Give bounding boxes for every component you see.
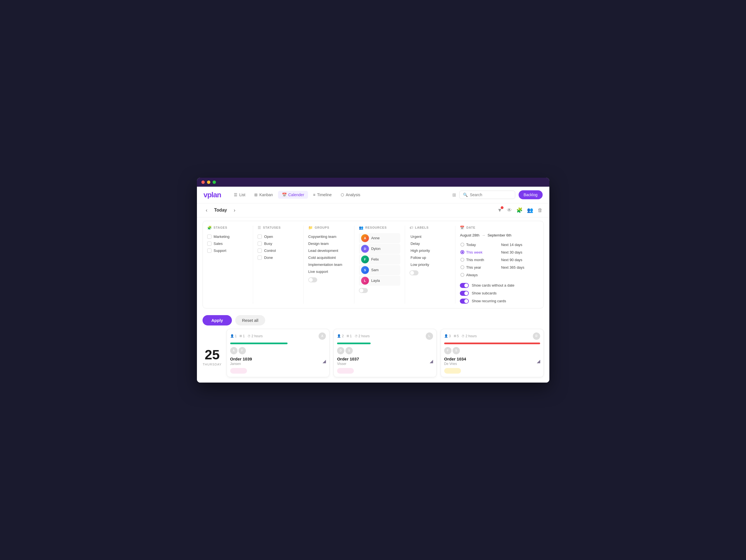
- card-1039-meta: 👤 1 ⊞ 1 ⏱ 2 hours: [230, 334, 263, 338]
- date-range: August 28th → September 6th: [460, 233, 534, 237]
- status-open[interactable]: Open: [258, 233, 299, 240]
- prev-arrow[interactable]: ‹: [204, 206, 210, 214]
- status-control-checkbox[interactable]: [258, 249, 262, 253]
- card-1034-top: 👤 3 ⊞ 5 ⏱ 2 hours D: [444, 333, 540, 340]
- status-done-checkbox[interactable]: [258, 255, 262, 260]
- eye-icon[interactable]: 👁: [507, 207, 512, 213]
- groups-icon: 📁: [308, 226, 313, 230]
- stage-marketing[interactable]: Marketing: [207, 233, 249, 240]
- group-design[interactable]: Design team: [308, 240, 350, 247]
- tab-timeline[interactable]: ≡ Timeline: [309, 191, 336, 199]
- tab-kanban[interactable]: ⊞ Kanban: [250, 191, 277, 199]
- radio-today[interactable]: [460, 243, 464, 247]
- stage-marketing-checkbox[interactable]: [207, 234, 211, 239]
- date-option-today[interactable]: Today: [460, 241, 494, 248]
- resources-section: 👥 RESOURCES A Anne D Dylon F Felix S: [354, 226, 405, 304]
- date-option-next30[interactable]: Next 30 days: [501, 249, 535, 256]
- tab-calendar[interactable]: 📅 Calender: [278, 191, 308, 199]
- stages-section: 🧩 STAGES Marketing Sales Support: [207, 226, 253, 304]
- date-icon: 📅: [460, 226, 465, 230]
- toggle-subcards-switch[interactable]: [460, 291, 469, 296]
- label-high-priority[interactable]: High priority: [409, 247, 451, 254]
- apply-button[interactable]: Apply: [202, 315, 232, 326]
- clock-icon-3: ⏱: [462, 334, 465, 338]
- date-option-always[interactable]: Always: [460, 272, 494, 278]
- toolbar-icons: ▼ 👁 🧩 👥 🗑: [497, 207, 543, 213]
- date-option-this-year[interactable]: This year: [460, 264, 494, 271]
- radio-always[interactable]: [460, 273, 464, 277]
- card-order-1037[interactable]: 👤 2 ⊞ 1 ⏱ 2 hours L: [334, 329, 437, 377]
- card-order-1034[interactable]: 👤 3 ⊞ 5 ⏱ 2 hours D: [440, 329, 544, 377]
- group-implementation[interactable]: Implementation team: [308, 261, 350, 268]
- radio-this-year[interactable]: [460, 265, 464, 269]
- resource-felix[interactable]: F Felix: [359, 254, 400, 264]
- filter-icon[interactable]: ▼: [497, 207, 503, 213]
- label-urgent[interactable]: Urgent: [409, 233, 451, 240]
- date-option-next365[interactable]: Next 365 days: [501, 264, 535, 271]
- resource-anne[interactable]: A Anne: [359, 233, 400, 243]
- app-header: vplan ☰ List ⊞ Kanban 📅 Calender ≡ Timel…: [197, 187, 549, 203]
- card-1039-hours: ⏱ 2 hours: [248, 334, 263, 338]
- card-1037-subtasks: ⊞ 1: [347, 334, 352, 338]
- status-busy-checkbox[interactable]: [258, 242, 262, 246]
- toggle-no-date-switch[interactable]: [460, 283, 469, 288]
- card-1039-avatar: A: [319, 333, 326, 340]
- stage-support-checkbox[interactable]: [207, 249, 211, 253]
- labels-toggle[interactable]: [409, 270, 419, 275]
- card-1034-progress: [444, 342, 540, 344]
- today-label: Today: [214, 208, 227, 213]
- next-arrow[interactable]: ›: [231, 206, 237, 214]
- date-option-next14[interactable]: Next 14 days: [501, 241, 535, 248]
- date-option-this-week[interactable]: This week: [460, 249, 494, 256]
- tab-list[interactable]: ☰ List: [230, 191, 249, 199]
- group-lead-dev[interactable]: Lead development: [308, 247, 350, 254]
- analysis-icon: ⬡: [341, 193, 344, 197]
- group-live-support[interactable]: Live support: [308, 268, 350, 275]
- label-low-priority[interactable]: Low priority: [409, 261, 451, 268]
- resource-dylon[interactable]: D Dylon: [359, 244, 400, 254]
- card-1037-meta: 👤 2 ⊞ 1 ⏱ 2 hours: [337, 334, 370, 338]
- toggle-recurring-switch[interactable]: [460, 299, 469, 304]
- status-control[interactable]: Control: [258, 247, 299, 254]
- stage-sales-checkbox[interactable]: [207, 242, 211, 246]
- card-order-1039[interactable]: 👤 1 ⊞ 1 ⏱ 2 hours A: [227, 329, 330, 377]
- reset-button[interactable]: Reset all: [235, 315, 265, 326]
- search-input[interactable]: [470, 193, 512, 197]
- expand-icon[interactable]: ⊞: [452, 192, 456, 198]
- group-copywriting[interactable]: Copywriting team: [308, 233, 350, 240]
- group-cold[interactable]: Cold acquisitioint: [308, 254, 350, 261]
- card-1037-status: [337, 368, 354, 373]
- stage-sales[interactable]: Sales: [207, 240, 249, 247]
- date-option-this-month[interactable]: This month: [460, 256, 494, 263]
- label-follow-up[interactable]: Follow up: [409, 254, 451, 261]
- resource-layla[interactable]: L Layla: [359, 276, 400, 286]
- calendar-icon: 📅: [282, 193, 287, 197]
- status-done[interactable]: Done: [258, 254, 299, 261]
- resource-sam[interactable]: S Sam: [359, 265, 400, 275]
- users-icon[interactable]: 👥: [527, 207, 533, 213]
- card-1034-status: [444, 368, 461, 373]
- radio-this-month[interactable]: [460, 258, 464, 262]
- stage-support[interactable]: Support: [207, 247, 249, 254]
- tab-analysis[interactable]: ⬡ Analysis: [337, 191, 364, 199]
- main-nav: ☰ List ⊞ Kanban 📅 Calender ≡ Timeline ⬡: [230, 191, 452, 199]
- stages-icon: 🧩: [207, 226, 212, 230]
- status-busy[interactable]: Busy: [258, 240, 299, 247]
- search-box[interactable]: 🔍: [459, 191, 515, 199]
- order-1034-title: Order 1034 De Vries: [444, 357, 466, 366]
- resources-toggle[interactable]: [359, 288, 368, 293]
- trash-icon[interactable]: 🗑: [538, 207, 543, 213]
- card-1037-top: 👤 2 ⊞ 1 ⏱ 2 hours L: [337, 333, 433, 340]
- status-open-checkbox[interactable]: [258, 234, 262, 239]
- backlog-button[interactable]: Backlog: [519, 190, 543, 199]
- groups-toggle[interactable]: [308, 277, 317, 282]
- date-option-next90[interactable]: Next 90 days: [501, 256, 535, 263]
- label-delay[interactable]: Delay: [409, 240, 451, 247]
- app-logo: vplan: [204, 191, 221, 199]
- timeline-icon: ≡: [313, 193, 315, 197]
- puzzle-icon[interactable]: 🧩: [516, 207, 522, 213]
- groups-section: 📁 GROUPS Copywriting team Design team Le…: [304, 226, 354, 304]
- radio-this-week[interactable]: [460, 250, 464, 254]
- calendar-cards: 👤 1 ⊞ 1 ⏱ 2 hours A: [227, 329, 544, 377]
- card-1034-avatar: D: [533, 333, 540, 340]
